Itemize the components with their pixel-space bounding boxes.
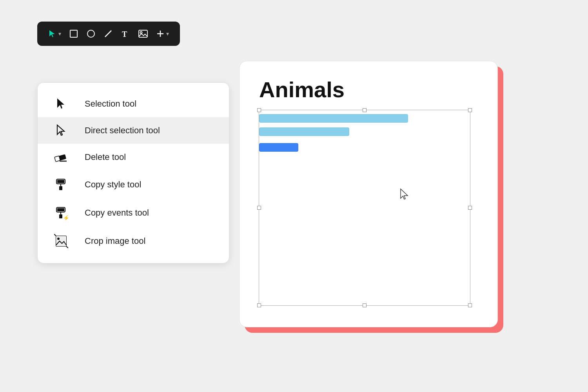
crop-image-tool-label: Crop image tool (85, 236, 145, 246)
card-bar-3 (259, 143, 298, 152)
copy-events-tool-icon: ⚡ (53, 206, 69, 220)
selection-tool-label: Selection tool (85, 99, 136, 109)
svg-point-26 (57, 238, 60, 240)
direct-selection-tool-item[interactable]: Direct selection tool (38, 117, 229, 144)
svg-line-27 (54, 234, 56, 236)
copy-events-tool-item[interactable]: ⚡ Copy events tool (38, 199, 229, 227)
svg-marker-9 (57, 98, 64, 109)
card-title: Animals (240, 61, 497, 110)
delete-tool-item[interactable]: Delete tool (38, 144, 229, 171)
crop-image-tool-item[interactable]: Crop image tool (38, 227, 229, 255)
tool-dropdown-menu: Selection tool Direct selection tool Del… (37, 82, 229, 263)
direct-selection-tool-icon (53, 124, 69, 137)
add-dropdown-arrow[interactable]: ▾ (166, 31, 169, 37)
copy-style-tool-item[interactable]: Copy style tool (38, 171, 229, 199)
toolbar: ▾ T ▾ (37, 22, 180, 46)
delete-tool-label: Delete tool (85, 152, 126, 162)
rectangle-tool-btn[interactable] (69, 29, 78, 38)
svg-rect-1 (70, 30, 77, 37)
delete-tool-icon (53, 151, 69, 163)
svg-point-6 (140, 32, 142, 34)
circle-tool-btn[interactable] (86, 29, 96, 38)
svg-line-28 (66, 246, 68, 248)
svg-text:T: T (122, 30, 127, 38)
copy-style-tool-label: Copy style tool (85, 180, 141, 190)
line-tool-btn[interactable] (103, 29, 113, 38)
svg-rect-5 (139, 30, 147, 37)
direct-selection-tool-label: Direct selection tool (85, 125, 160, 136)
svg-line-3 (105, 31, 111, 37)
svg-marker-10 (57, 125, 64, 135)
copy-style-tool-icon (53, 178, 69, 192)
svg-marker-0 (49, 30, 55, 37)
svg-rect-16 (57, 180, 64, 183)
svg-rect-25 (56, 236, 66, 246)
copy-events-tool-label: Copy events tool (85, 208, 149, 218)
image-tool-btn[interactable] (138, 29, 148, 39)
slide-card: Animals (239, 61, 498, 327)
selection-tool-item[interactable]: Selection tool (38, 91, 229, 117)
svg-rect-20 (57, 208, 64, 211)
card-bar-1 (259, 114, 408, 123)
select-dropdown-arrow[interactable]: ▾ (58, 31, 61, 37)
svg-rect-18 (59, 186, 62, 190)
svg-rect-22 (59, 214, 62, 218)
crop-image-tool-icon (53, 234, 69, 248)
add-tool-btn[interactable]: ▾ (156, 29, 169, 38)
text-tool-btn[interactable]: T (121, 29, 130, 38)
selection-tool-icon (53, 98, 69, 110)
svg-text:⚡: ⚡ (63, 215, 68, 220)
select-tool-btn[interactable]: ▾ (48, 29, 61, 38)
svg-point-2 (87, 30, 94, 37)
card-bar-2 (259, 127, 349, 136)
